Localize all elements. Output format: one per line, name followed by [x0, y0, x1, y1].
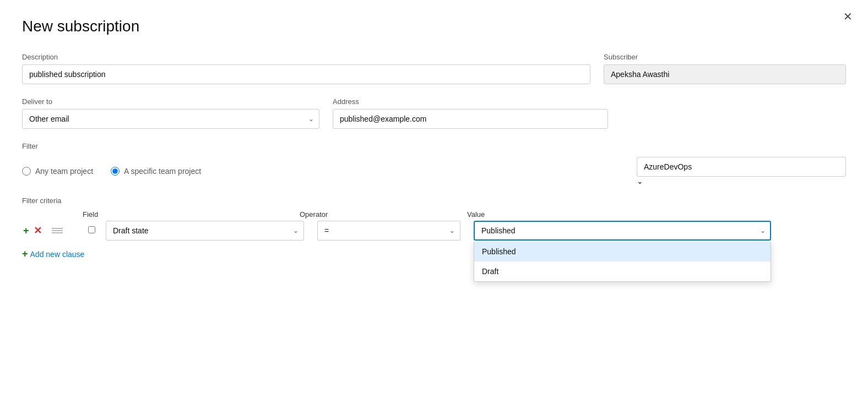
filter-any-team-option[interactable]: Any team project [22, 167, 93, 176]
filter-specific-radio[interactable] [111, 167, 120, 176]
filter-any-radio[interactable] [22, 167, 31, 176]
row-checkbox[interactable] [88, 226, 95, 233]
project-chevron-icon: ⌄ [637, 177, 643, 185]
description-label: Description [22, 53, 590, 61]
filter-criteria-label: Filter criteria [22, 197, 846, 205]
subscriber-group: Subscriber Apeksha Awasthi [604, 53, 846, 84]
filter-radio-row: Any team project A specific team project… [22, 157, 846, 185]
subscriber-label: Subscriber [604, 53, 846, 61]
add-new-clause-button[interactable]: + Add new clause [22, 246, 84, 262]
field-select-wrapper: Draft state ⌄ [106, 221, 304, 241]
project-select[interactable]: AzureDevOps Project1 Project2 [637, 157, 846, 177]
description-group: Description [22, 53, 590, 84]
description-subscriber-row: Description Subscriber Apeksha Awasthi [22, 53, 846, 84]
value-select[interactable]: Published Draft [474, 221, 771, 241]
field-select[interactable]: Draft state [106, 221, 304, 241]
add-clause-plus-icon: + [22, 248, 28, 260]
dialog-title: New subscription [22, 18, 846, 35]
operator-select-wrapper: = != < > ⌄ [317, 221, 460, 241]
filter-label: Filter [22, 142, 846, 150]
value-option-draft[interactable]: Draft [474, 261, 771, 281]
value-option-published[interactable]: Published [474, 242, 771, 261]
criteria-header-row: Field Operator Value [22, 210, 846, 219]
filter-section: Filter Any team project A specific team … [22, 142, 846, 185]
filter-criteria-section: Filter criteria Field Operator Value + ✕ [22, 197, 846, 262]
deliver-to-label: Deliver to [22, 97, 319, 106]
description-input[interactable] [22, 64, 590, 84]
operator-select[interactable]: = != < > [317, 221, 460, 241]
subscriber-value: Apeksha Awasthi [604, 64, 846, 84]
address-input[interactable] [333, 109, 608, 129]
andor-col [52, 228, 85, 233]
filter-specific-label: A specific team project [124, 167, 201, 176]
add-clause-label: Add new clause [30, 250, 85, 259]
row-checkbox-col [88, 226, 101, 235]
criteria-row: + ✕ Draft state ⌄ [22, 221, 846, 241]
new-subscription-dialog: ✕ New subscription Description Subscribe… [0, 0, 868, 393]
close-button[interactable]: ✕ [843, 11, 853, 22]
filter-specific-team-option[interactable]: A specific team project [111, 167, 201, 176]
value-col-header: Value [467, 210, 764, 219]
criteria-actions: + ✕ [22, 225, 50, 237]
field-col-header: Field [83, 210, 286, 219]
add-row-button[interactable]: + [22, 225, 30, 237]
remove-row-button[interactable]: ✕ [32, 225, 43, 237]
value-select-wrapper: Published Draft ⌄ Published Draft [474, 221, 771, 241]
deliver-to-select[interactable]: Other email Member of team Team [22, 109, 319, 129]
value-dropdown: Published Draft [474, 242, 771, 282]
project-select-wrapper: AzureDevOps Project1 Project2 ⌄ [637, 157, 846, 185]
address-label: Address [333, 97, 608, 106]
operator-col-header: Operator [300, 210, 454, 219]
deliver-address-row: Deliver to Other email Member of team Te… [22, 97, 846, 129]
filter-any-label: Any team project [35, 167, 93, 176]
andor-icon [52, 228, 63, 233]
deliver-to-select-wrapper: Other email Member of team Team ⌄ [22, 109, 319, 129]
deliver-to-group: Deliver to Other email Member of team Te… [22, 97, 319, 129]
address-group: Address [333, 97, 608, 129]
